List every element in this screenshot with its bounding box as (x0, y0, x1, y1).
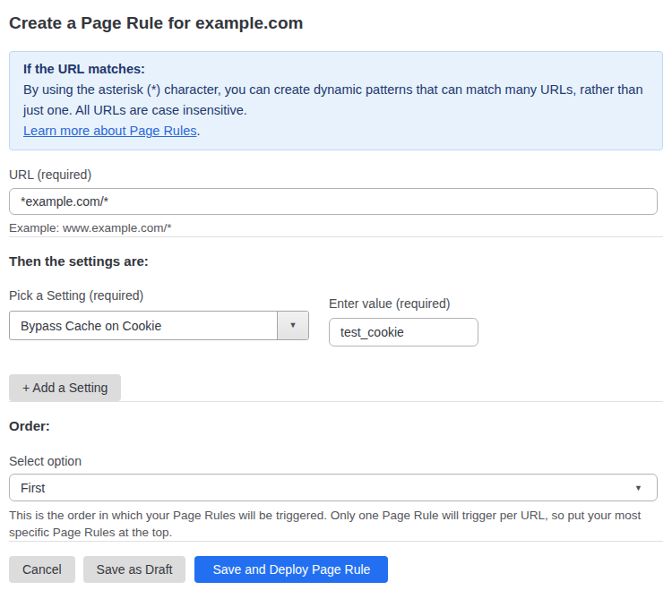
order-select[interactable]: First ▼ (9, 474, 658, 501)
chevron-down-icon: ▼ (634, 483, 657, 492)
order-select-value: First (10, 481, 634, 495)
learn-more-link[interactable]: Learn more about Page Rules (23, 124, 196, 138)
setting-select-value: Bypass Cache on Cookie (10, 319, 277, 333)
url-example-helper: Example: www.example.com/* (9, 219, 663, 236)
order-section-heading: Order: (9, 417, 663, 434)
save-and-deploy-button[interactable]: Save and Deploy Page Rule (194, 556, 388, 583)
settings-section-heading: Then the settings are: (9, 252, 663, 270)
info-box-body: By using the asterisk (*) character, you… (23, 80, 649, 121)
setting-value-input[interactable] (329, 318, 478, 346)
save-as-draft-button[interactable]: Save as Draft (83, 556, 186, 583)
pick-setting-column: Pick a Setting (required) Bypass Cache o… (9, 288, 309, 340)
enter-value-label: Enter value (required) (329, 296, 478, 312)
chevron-down-icon: ▼ (289, 321, 297, 329)
order-select-label: Select option (9, 454, 663, 469)
link-period: . (196, 124, 200, 138)
page-title: Create a Page Rule for example.com (9, 13, 663, 34)
pick-setting-label: Pick a Setting (required) (9, 288, 309, 304)
cancel-button[interactable]: Cancel (9, 556, 75, 583)
setting-select[interactable]: Bypass Cache on Cookie ▼ (9, 311, 309, 340)
divider (9, 401, 663, 402)
info-box-heading: If the URL matches: (23, 59, 649, 80)
footer-actions: Cancel Save as Draft Save and Deploy Pag… (9, 556, 663, 583)
url-matches-info-box: If the URL matches: By using the asteris… (9, 51, 663, 150)
create-page-rule-form: Create a Page Rule for example.com If th… (0, 13, 672, 583)
url-label: URL (required) (9, 167, 663, 183)
add-setting-button[interactable]: + Add a Setting (9, 374, 121, 401)
info-box-link-line: Learn more about Page Rules. (23, 121, 649, 141)
order-helper-text: This is the order in which your Page Rul… (9, 507, 663, 541)
enter-value-column: Enter value (required) (329, 296, 478, 346)
url-input[interactable] (9, 188, 658, 215)
settings-row: Pick a Setting (required) Bypass Cache o… (9, 288, 663, 346)
divider (9, 236, 663, 237)
setting-select-dropdown-button[interactable]: ▼ (277, 312, 308, 339)
divider (9, 541, 663, 542)
